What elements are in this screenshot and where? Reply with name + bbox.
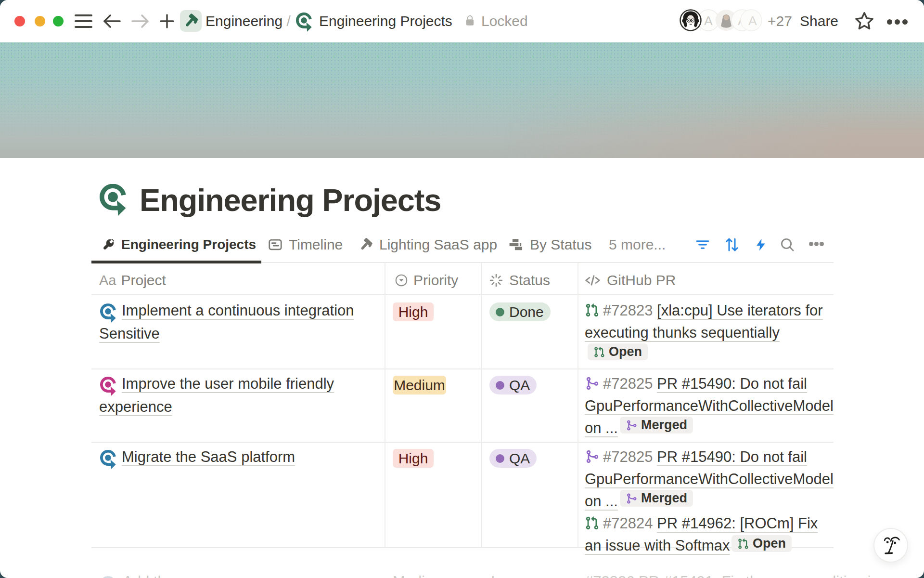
svg-text:A: A <box>748 13 757 28</box>
svg-text:A: A <box>704 13 713 28</box>
